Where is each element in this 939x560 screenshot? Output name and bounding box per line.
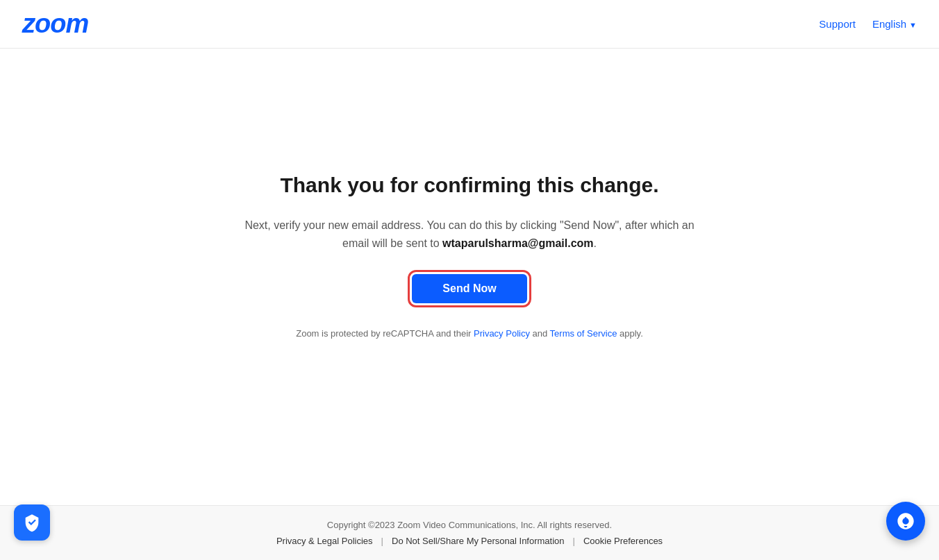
confirm-description: Next, verify your new email address. You… bbox=[233, 217, 706, 252]
shield-badge[interactable] bbox=[14, 504, 50, 541]
recaptcha-notice: Zoom is protected by reCAPTCHA and their… bbox=[296, 328, 643, 339]
do-not-sell-link[interactable]: Do Not Sell/Share My Personal Informatio… bbox=[392, 536, 565, 546]
divider-1: | bbox=[381, 536, 383, 546]
cookie-preferences-link[interactable]: Cookie Preferences bbox=[583, 536, 663, 546]
footer: Copyright ©2023 Zoom Video Communication… bbox=[0, 505, 939, 560]
support-link[interactable]: Support bbox=[819, 18, 856, 30]
send-now-wrapper: Send Now bbox=[412, 274, 526, 303]
email-address: wtaparulsharma@gmail.com bbox=[442, 237, 593, 249]
main-content: Thank you for confirming this change. Ne… bbox=[0, 49, 939, 505]
header: zoom Support English ▼ bbox=[0, 0, 939, 49]
language-label: English bbox=[872, 18, 906, 30]
confirm-title: Thank you for confirming this change. bbox=[280, 173, 658, 197]
chevron-down-icon: ▼ bbox=[909, 21, 917, 29]
send-now-button[interactable]: Send Now bbox=[412, 274, 526, 303]
header-right: Support English ▼ bbox=[819, 18, 917, 30]
support-chat-button[interactable] bbox=[886, 502, 925, 541]
terms-of-service-link[interactable]: Terms of Service bbox=[550, 328, 617, 339]
footer-links: Privacy & Legal Policies | Do Not Sell/S… bbox=[22, 536, 917, 546]
divider-2: | bbox=[573, 536, 575, 546]
description-part2: . bbox=[594, 237, 597, 249]
chat-icon bbox=[896, 511, 915, 531]
zoom-logo[interactable]: zoom bbox=[22, 9, 88, 39]
recaptcha-and: and bbox=[530, 328, 550, 339]
shield-icon bbox=[22, 513, 42, 532]
privacy-policy-link[interactable]: Privacy Policy bbox=[474, 328, 530, 339]
privacy-legal-link[interactable]: Privacy & Legal Policies bbox=[276, 536, 373, 546]
recaptcha-text: Zoom is protected by reCAPTCHA and their bbox=[296, 328, 474, 339]
language-selector[interactable]: English ▼ bbox=[872, 18, 917, 30]
footer-copyright: Copyright ©2023 Zoom Video Communication… bbox=[22, 520, 917, 530]
recaptcha-apply: apply. bbox=[617, 328, 642, 339]
